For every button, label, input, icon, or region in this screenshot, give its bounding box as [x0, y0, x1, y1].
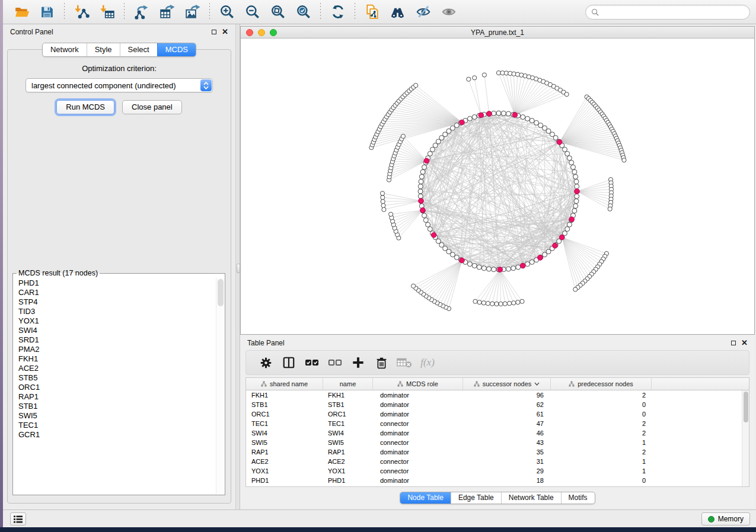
import-network-icon[interactable]: [74, 4, 90, 20]
add-column-icon[interactable]: [349, 354, 367, 371]
graph-hub-node[interactable]: [553, 243, 558, 248]
cell-mcds_role[interactable]: connector: [373, 438, 463, 447]
table-row[interactable]: SWI5SWI5connector431: [246, 438, 749, 447]
table-row[interactable]: TEC1TEC1connector472: [246, 419, 749, 428]
cell-name[interactable]: TEC1: [323, 419, 373, 428]
table-row[interactable]: STB1STB1dominator620: [246, 400, 749, 409]
mcds-result-item[interactable]: CAR1: [18, 288, 215, 297]
graph-leaf-node[interactable]: [412, 284, 416, 288]
graph-node[interactable]: [534, 120, 539, 125]
cell-predecessor_nodes[interactable]: 1: [551, 466, 652, 476]
graph-leaf-node[interactable]: [381, 200, 385, 204]
graph-hub-node[interactable]: [487, 111, 492, 117]
save-session-icon[interactable]: [39, 4, 55, 20]
cell-name[interactable]: PHD1: [323, 476, 373, 485]
cell-successor_nodes[interactable]: 18: [463, 476, 551, 485]
tab-mcds[interactable]: MCDS: [157, 43, 196, 56]
splitter-handle[interactable]: [237, 264, 240, 273]
export-table-icon[interactable]: [159, 4, 175, 20]
graph-hub-node[interactable]: [420, 208, 426, 213]
graph-hub-node[interactable]: [569, 217, 575, 222]
graph-node[interactable]: [516, 265, 521, 270]
float-panel-icon[interactable]: [212, 30, 216, 34]
graph-leaf-node[interactable]: [490, 302, 495, 306]
graph-node[interactable]: [538, 123, 543, 128]
first-neighbors-icon[interactable]: [390, 4, 406, 20]
graph-node[interactable]: [565, 227, 570, 232]
mcds-result-item[interactable]: STP4: [18, 297, 215, 307]
graph-node[interactable]: [426, 222, 430, 227]
mcds-result-item[interactable]: STB5: [18, 373, 215, 383]
cell-mcds_role[interactable]: connector: [373, 457, 463, 466]
graph-leaf-node[interactable]: [608, 207, 612, 211]
column-header-predecessor-nodes[interactable]: predecessor nodes: [551, 378, 652, 390]
open-file-icon[interactable]: [14, 4, 30, 20]
graph-node[interactable]: [529, 118, 534, 123]
graph-node[interactable]: [563, 147, 567, 152]
memory-button[interactable]: Memory: [701, 512, 750, 525]
table-row[interactable]: SWI4SWI4dominator462: [246, 428, 749, 438]
graph-node[interactable]: [420, 169, 425, 174]
graph-leaf-node[interactable]: [414, 84, 418, 88]
graph-node[interactable]: [575, 194, 579, 198]
graph-node[interactable]: [574, 180, 579, 184]
cell-successor_nodes[interactable]: 47: [463, 419, 551, 428]
graph-node[interactable]: [525, 116, 530, 121]
graph-leaf-node[interactable]: [381, 196, 385, 200]
close-panel-icon[interactable]: ✕: [222, 29, 228, 35]
cell-predecessor_nodes[interactable]: 2: [551, 447, 652, 457]
graph-node[interactable]: [422, 213, 427, 218]
table-row[interactable]: RAP1RAP1dominator352: [246, 447, 749, 457]
mcds-list-scrollbar[interactable]: [216, 278, 224, 494]
graph-node[interactable]: [506, 111, 511, 116]
graph-leaf-node[interactable]: [520, 299, 524, 303]
graph-leaf-node[interactable]: [473, 299, 477, 303]
cell-name[interactable]: ORC1: [323, 409, 373, 419]
graph-node[interactable]: [477, 265, 481, 270]
export-image-icon[interactable]: [184, 4, 200, 20]
cell-predecessor_nodes[interactable]: 0: [551, 409, 652, 419]
graph-node[interactable]: [467, 116, 472, 121]
cell-mcds_role[interactable]: dominator: [373, 400, 463, 409]
graph-hub-node[interactable]: [560, 235, 565, 240]
cell-successor_nodes[interactable]: 46: [463, 428, 551, 438]
criterion-dropdown[interactable]: largest connected component (undirected): [25, 78, 213, 92]
graph-node[interactable]: [571, 165, 576, 169]
search-input[interactable]: [602, 8, 744, 16]
zoom-fit-icon[interactable]: [270, 4, 286, 20]
cell-successor_nodes[interactable]: 61: [463, 409, 551, 419]
graph-leaf-node[interactable]: [389, 212, 393, 216]
graph-node[interactable]: [525, 262, 530, 267]
cell-predecessor_nodes[interactable]: 0: [551, 476, 652, 485]
table-row[interactable]: ORC1ORC1dominator610: [246, 409, 749, 419]
graph-node[interactable]: [567, 222, 572, 227]
graph-node[interactable]: [573, 174, 578, 179]
zoom-in-icon[interactable]: [219, 4, 235, 20]
graph-leaf-node[interactable]: [382, 207, 386, 211]
task-history-button[interactable]: [10, 512, 26, 525]
cell-shared_name[interactable]: STB1: [246, 400, 323, 409]
graph-hub-node[interactable]: [431, 233, 436, 238]
graph-leaf-node[interactable]: [482, 73, 486, 77]
window-minimize-traffic-light[interactable]: [258, 29, 265, 36]
graph-leaf-node[interactable]: [495, 302, 499, 306]
mcds-result-item[interactable]: PMA2: [18, 345, 215, 354]
export-network-icon[interactable]: [133, 4, 149, 20]
graph-leaf-node[interactable]: [481, 301, 486, 305]
mcds-result-item[interactable]: RAP1: [18, 392, 215, 402]
table-mode-gear-icon[interactable]: [257, 354, 275, 371]
graph-node[interactable]: [428, 151, 432, 156]
vertical-splitter[interactable]: [235, 24, 240, 509]
table-row[interactable]: PHD1PHD1dominator180: [246, 476, 749, 485]
cell-shared_name[interactable]: SWI5: [246, 438, 323, 447]
cell-name[interactable]: SWI5: [323, 438, 373, 447]
graph-node[interactable]: [481, 266, 486, 271]
mcds-result-item[interactable]: ORC1: [18, 383, 215, 392]
delete-column-icon[interactable]: [372, 354, 390, 371]
graph-leaf-node[interactable]: [477, 300, 481, 305]
network-window-titlebar[interactable]: YPA_prune.txt_1: [241, 27, 754, 39]
graph-node[interactable]: [454, 123, 459, 128]
graph-node[interactable]: [496, 111, 501, 116]
graph-node[interactable]: [492, 111, 496, 116]
graph-hub-node[interactable]: [497, 267, 503, 273]
